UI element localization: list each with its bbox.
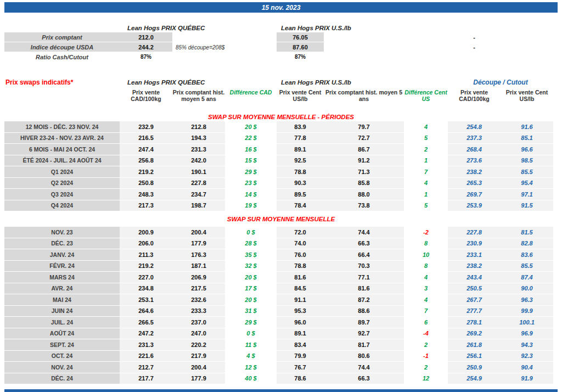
row-label: Q4 2024 [4, 200, 120, 212]
table-row: OCT. 24221.6217.94 $79.980.6-1256.192.3 [4, 351, 558, 362]
spot-row-label: Ratio Cash/Cutout [4, 52, 120, 62]
cutout-us-price: 81.5 [501, 227, 553, 238]
cutout-cad-price: 243.4 [448, 272, 501, 283]
cad-difference: 32 $ [225, 261, 277, 272]
cad-difference: 0 $ [225, 328, 277, 340]
us-difference: 8 [404, 238, 448, 250]
cad-sale-price: 248.3 [120, 189, 172, 200]
row-label: OCT. 24 [4, 351, 120, 362]
us-sale-price: 90.3 [277, 178, 324, 189]
us-difference: 7 [404, 166, 448, 178]
swaps-quebec-title: Lean Hogs PRIX QUÉBEC [120, 79, 225, 86]
table-row: MARS 24227.0206.920 $81.677.14243.487.4 [4, 272, 558, 283]
us-sale-price: 78.8 [277, 166, 324, 178]
column-header-us-hist: Prix comptant hist. moyen 5 ans [324, 87, 404, 102]
cutout-us-price: 92.3 [501, 351, 553, 362]
us-difference: 6 [404, 317, 448, 328]
cad-difference: 20 $ [225, 121, 277, 133]
column-header-cutout-us: Prix vente Cent US/lb [501, 87, 553, 102]
table-row: Q3 2024248.3234.714 $89.588.01269.797.1 [4, 189, 558, 200]
cad-hist-price: 231.3 [172, 144, 225, 155]
us-hist-price: 73.8 [324, 200, 404, 212]
column-header-cad-hist: Prix comptant hist. moyen 5 ans [172, 87, 225, 102]
table-row: DÉC. 24217.7177.940 $78.666.312254.991.9 [4, 373, 558, 385]
cutout-cad-price: 273.6 [448, 155, 501, 167]
spot-quebec-title: Lean Hogs PRIX QUÉBEC [120, 25, 225, 31]
cad-hist-price: 232.6 [172, 294, 225, 306]
table-row: Q4 2024217.3198.719 $78.473.85253.991.5 [4, 200, 558, 212]
cad-hist-price: 234.7 [172, 189, 225, 200]
cutout-us-price: 95.4 [501, 178, 553, 189]
table-row: 6 MOIS - MAI 24 OCT. 24247.4231.316 $89.… [4, 144, 558, 155]
cutout-us-price: 96.6 [501, 144, 553, 155]
table-row: AVR. 24234.8217.517 $84.581.63250.590.0 [4, 283, 558, 295]
cad-sale-price: 234.8 [120, 283, 172, 295]
us-hist-price: 66.3 [324, 373, 404, 385]
us-sale-price: 72.0 [277, 227, 324, 238]
cad-difference: 20 $ [225, 294, 277, 306]
table-row: Q2 2024250.8227.823 $90.385.84265.395.4 [4, 178, 558, 189]
cutout-us-price: 91.5 [501, 200, 553, 212]
table-row: NOV. 24212.7200.412 $76.774.42250.990.4 [4, 362, 558, 373]
cad-difference: 29 $ [225, 166, 277, 178]
cad-difference: 12 $ [225, 362, 277, 373]
us-difference: 1 [404, 155, 448, 167]
cad-sale-price: 219.2 [120, 166, 172, 178]
cutout-us-price: 96.9 [501, 328, 553, 340]
row-label: AOÛT 24 [4, 328, 120, 340]
row-label: FÉVR. 24 [4, 261, 120, 272]
us-hist-price: 72.7 [324, 133, 404, 144]
spot-note [172, 32, 277, 42]
spot-quebec-value: 244.2 [120, 42, 172, 52]
column-header-cad-sale: Prix vente CAD/100kg [120, 87, 172, 102]
cutout-cad-price: 237.3 [448, 133, 501, 144]
us-hist-price: 92.7 [324, 328, 404, 340]
us-sale-price: 81.6 [277, 272, 324, 283]
row-label: AVR. 24 [4, 283, 120, 295]
table-row: MAI 24253.1232.620 $91.187.24267.796.3 [4, 294, 558, 306]
us-hist-price: 70.3 [324, 261, 404, 272]
cutout-us-price: 82.8 [501, 238, 553, 250]
footer-bar [4, 389, 558, 392]
cutout-us-price: 85.5 [501, 261, 553, 272]
cutout-cad-price: 254.9 [448, 373, 501, 385]
monthly-section-title: SWAP SUR MOYENNE MENSUELLE [4, 215, 558, 223]
us-hist-price: 85.8 [324, 178, 404, 189]
us-hist-price: 81.7 [324, 339, 404, 351]
us-sale-price: 91.1 [277, 294, 324, 306]
cutout-cad-price: 261.8 [448, 339, 501, 351]
us-sale-price: 96.0 [277, 317, 324, 328]
cad-difference: 20 $ [225, 272, 277, 283]
cad-difference: 40 $ [225, 373, 277, 385]
row-label: JANV. 24 [4, 249, 120, 261]
cutout-cad-price: 269.2 [448, 328, 501, 340]
table-row: SEPT. 24231.3220.211 $83.481.72261.894.3 [4, 339, 558, 351]
row-label: NOV. 24 [4, 362, 120, 373]
cad-difference: 14 $ [225, 189, 277, 200]
row-label: 12 MOIS - DÉC. 23 NOV. 24 [4, 121, 120, 133]
us-hist-price: 79.7 [324, 121, 404, 133]
column-header-us-sale: Prix vente Cent US/lb [277, 87, 324, 102]
row-label: ÉTÉ 2024 - JUIL. 24 AOÛT 24 [4, 155, 120, 167]
us-difference: 7 [404, 306, 448, 317]
cad-sale-price: 250.8 [120, 178, 172, 189]
report-date: 15 nov. 2023 [262, 4, 301, 12]
spot-table-row: Prix comptant 212.0 76.05 - [4, 32, 558, 42]
table-row: 12 MOIS - DÉC. 23 NOV. 24232.9212.820 $8… [4, 121, 558, 133]
cad-sale-price: 216.5 [120, 133, 172, 144]
monthly-table: NOV. 23200.9200.40 $72.074.4-2227.881.5D… [4, 227, 558, 384]
us-hist-price: 88.0 [324, 189, 404, 200]
us-sale-price: 83.4 [277, 339, 324, 351]
spot-note [172, 52, 277, 62]
row-label: NOV. 23 [4, 227, 120, 238]
us-sale-price: 89.1 [277, 328, 324, 340]
cutout-us-price: 100.1 [501, 317, 553, 328]
us-hist-price: 91.2 [324, 155, 404, 167]
spot-cutout-value [448, 52, 501, 62]
row-label: HIVER 23-24 - NOV. 23 AVR. 24 [4, 133, 120, 144]
swaps-title: Prix swaps indicatifs* [4, 79, 120, 86]
us-sale-price: 76.0 [277, 249, 324, 261]
cad-sale-price: 217.7 [120, 373, 172, 385]
column-header-row: Prix vente CAD/100kg Prix comptant hist.… [4, 87, 558, 113]
row-label: MAI 24 [4, 294, 120, 306]
